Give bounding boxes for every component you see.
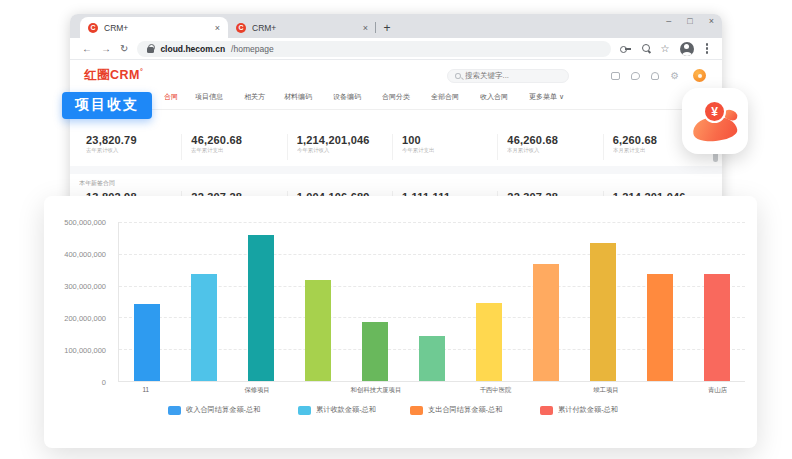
forward-icon[interactable]: → [101, 44, 111, 54]
legend-item[interactable]: 累计付款金额-总和 [540, 404, 633, 417]
lock-icon [147, 47, 154, 53]
crm-nav-item[interactable]: 收入合同 [480, 92, 508, 102]
legend-label: 支出合同结算金额-总和 [428, 405, 502, 415]
bar[interactable] [305, 280, 331, 381]
bars-container [119, 222, 745, 381]
screenshot-canvas: CCRM+×CCRM+× + – □ × ← → ↻ cloud.hecom.c… [0, 0, 792, 459]
stat-label: 去年累计收入 [86, 147, 143, 155]
tab-strip: CCRM+×CCRM+× + – □ × [70, 14, 722, 38]
bar-slot [574, 222, 631, 381]
x-tick-label: 竣工项目 [594, 386, 619, 395]
bell-icon[interactable] [651, 72, 659, 80]
back-icon[interactable]: ← [82, 44, 92, 54]
bar[interactable] [590, 243, 616, 381]
x-label-slot [523, 386, 579, 399]
bar[interactable] [191, 274, 217, 381]
stat-cell: 100今年累计支出 [392, 134, 497, 160]
crm-nav-item[interactable]: 项目信息 [195, 92, 223, 102]
browser-tab[interactable]: CCRM+× [80, 17, 228, 38]
bar-slot [517, 222, 574, 381]
stat-value: 1,214,201,046 [297, 134, 392, 146]
bar-slot [119, 222, 176, 381]
browser-tab[interactable]: CCRM+× [228, 17, 376, 38]
x-label-slot [174, 386, 230, 399]
x-tick-label: 青山店 [708, 386, 727, 395]
bar[interactable] [647, 274, 673, 381]
section-divider-band [70, 166, 722, 174]
bar-slot [404, 222, 461, 381]
bar-slot [688, 222, 745, 381]
x-label-slot: 和创科技大厦项目 [340, 386, 412, 399]
stat-value: 46,260.68 [507, 134, 602, 146]
message-icon[interactable] [631, 72, 640, 80]
yen-coin-icon: ¥ [703, 100, 726, 123]
new-tab-button[interactable]: + [376, 21, 398, 35]
bar[interactable] [248, 235, 274, 381]
legend-label: 收入合同结算金额-总和 [186, 405, 260, 415]
crm-nav-item[interactable]: 相关方 [244, 92, 265, 102]
crm-page: 红圈CRM° ⚙ 首页客户管理合同项目信息相关方材料编码设备编码合同分类全部合同… [70, 60, 722, 214]
user-avatar[interactable] [693, 69, 706, 82]
bar[interactable] [419, 336, 445, 381]
window-controls: – □ × [666, 16, 714, 26]
x-tick-label: 千西中医院 [480, 386, 512, 395]
y-tick-label: 300,000,000 [64, 282, 106, 291]
bar-slot [233, 222, 290, 381]
bar[interactable] [533, 264, 559, 381]
bar-chart-card: 500,000,000400,000,000300,000,000200,000… [44, 196, 757, 448]
inbox-icon[interactable] [611, 72, 620, 80]
url-field[interactable]: cloud.hecom.cn/homepage [137, 41, 610, 57]
crm-nav-item[interactable]: 合同分类 [382, 92, 410, 102]
search-input[interactable] [465, 71, 561, 80]
legend-swatch [168, 406, 181, 415]
bar[interactable] [704, 274, 730, 381]
browser-menu-icon[interactable] [706, 47, 709, 50]
profile-avatar-icon[interactable] [680, 42, 694, 56]
x-label-slot: 竣工项目 [579, 386, 635, 399]
stat-label: 本月累计支出 [613, 147, 670, 155]
x-tick-label: 11 [142, 386, 149, 395]
yen-fab-card[interactable]: ¥ [682, 88, 748, 154]
gear-icon[interactable]: ⚙ [670, 71, 679, 81]
legend-item[interactable]: 收入合同结算金额-总和 [168, 404, 279, 417]
close-button[interactable]: × [709, 16, 714, 26]
stat-cell: 46,260.68去年累计支出 [181, 134, 286, 160]
crm-nav-item[interactable]: 设备编码 [333, 92, 361, 102]
bar[interactable] [134, 304, 160, 381]
address-bar-actions: ☆ [620, 42, 710, 56]
legend-item[interactable]: 支出合同结算金额-总和 [410, 404, 521, 417]
x-label-slot [634, 386, 690, 399]
browser-window: CCRM+×CCRM+× + – □ × ← → ↻ cloud.hecom.c… [70, 14, 722, 214]
bar-slot [347, 222, 404, 381]
crm-search[interactable] [447, 69, 569, 83]
stat-label: 去年累计支出 [191, 147, 248, 155]
x-label-slot [285, 386, 341, 399]
y-tick-label: 400,000,000 [64, 250, 106, 259]
tab-title: CRM+ [104, 23, 209, 33]
legend-item[interactable]: 累计收款金额-总和 [298, 404, 391, 417]
tab-close-icon[interactable]: × [215, 23, 220, 33]
maximize-button[interactable]: □ [687, 16, 692, 26]
crm-nav-item[interactable]: 材料编码 [284, 92, 312, 102]
tab-close-icon[interactable]: × [363, 23, 368, 33]
bar[interactable] [362, 322, 388, 381]
x-tick-label: 保修项目 [244, 386, 269, 395]
minimize-button[interactable]: – [666, 16, 671, 26]
legend-label: 累计付款金额-总和 [558, 405, 618, 415]
url-host: cloud.hecom.cn [160, 44, 225, 54]
chart-plot-area [118, 222, 745, 382]
crm-nav-item[interactable]: 更多菜单 ∨ [529, 92, 564, 102]
crm-header: 红圈CRM° ⚙ [70, 60, 722, 86]
zoom-icon[interactable] [641, 44, 651, 54]
legend-swatch [540, 406, 553, 415]
bar[interactable] [476, 303, 502, 381]
crm-nav-item[interactable]: 全部合同 [431, 92, 459, 102]
tabs-container: CCRM+×CCRM+× [80, 17, 376, 38]
bookmark-star-icon[interactable]: ☆ [661, 43, 670, 54]
crm-favicon-icon: C [236, 23, 246, 33]
reload-icon[interactable]: ↻ [120, 44, 128, 54]
crm-nav-item[interactable]: 合同 [164, 92, 178, 102]
bar-slot [290, 222, 347, 381]
key-icon[interactable] [620, 46, 631, 51]
stat-value: 23,820.79 [86, 134, 181, 146]
